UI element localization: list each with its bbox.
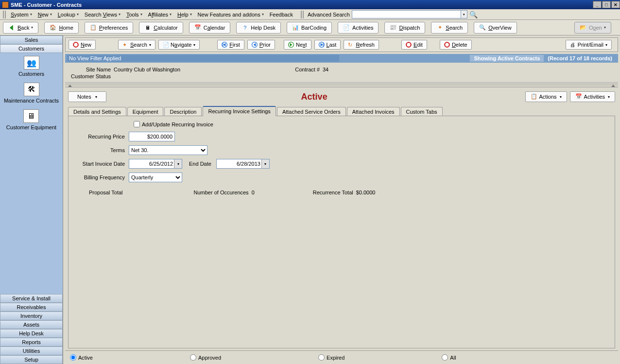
open-button[interactable]: 📂Open▾ — [574, 22, 611, 34]
back-button[interactable]: Back▾ — [3, 22, 38, 34]
addupdate-checkbox[interactable] — [134, 121, 140, 127]
calculator-button[interactable]: 🖩Calculator — [139, 22, 183, 34]
dispatch-button[interactable]: 📰Dispatch — [384, 22, 425, 34]
search-icon: ✦ — [122, 42, 128, 48]
dropdown-icon[interactable]: ▾ — [461, 10, 467, 18]
menu-feedback[interactable]: Feedback — [267, 11, 296, 18]
start-date-value: 6/25/2012 — [129, 161, 174, 167]
action-row: Notes▾ Active 📋Actions▾ 📅Activities▾ — [68, 91, 615, 102]
home-button[interactable]: 🏠Home — [44, 22, 78, 34]
contractnum-label: Contract # — [284, 67, 323, 72]
customers-icon: 👥 — [24, 56, 39, 69]
sidebar-inventory[interactable]: Inventory — [0, 312, 63, 320]
search-go-icon[interactable]: 🔍 — [469, 11, 478, 18]
end-date-dropdown[interactable]: ▾ — [261, 159, 269, 168]
calendar-button[interactable]: 📅Calendar — [189, 22, 231, 34]
billing-freq-select[interactable]: Quarterly — [129, 173, 182, 182]
menu-tools[interactable]: Tools▾ — [123, 11, 145, 18]
edit-button[interactable]: Edit — [401, 40, 427, 50]
sidebar-item-label: Customers — [18, 71, 44, 77]
edit-icon — [406, 42, 412, 48]
menu-newfeatures[interactable]: New Features and addons▾ — [195, 11, 267, 18]
calendar-icon: 📅 — [194, 24, 201, 31]
minimize-button[interactable]: _ — [593, 1, 602, 8]
sidebar-customers[interactable]: Customers — [0, 44, 63, 53]
sidebar-item-label: Customer Equipment — [6, 124, 56, 130]
close-button[interactable]: ✕ — [611, 1, 620, 8]
sidebar-item-maintenance[interactable]: 🛠 Maintenance Contracts — [4, 83, 59, 104]
sidebar-receivables[interactable]: Receivables — [0, 303, 63, 312]
menu-lookup[interactable]: Lookup▾ — [55, 11, 82, 18]
tab-description[interactable]: Description — [164, 107, 202, 116]
svg-marker-0 — [10, 25, 13, 30]
refresh-button[interactable]: ↻Refresh — [344, 40, 379, 50]
tab-equipment[interactable]: Equipment — [127, 107, 164, 116]
splitter-handle[interactable] — [65, 84, 618, 87]
sidebar-utilities[interactable]: Utilities — [0, 347, 63, 355]
search-nav-button[interactable]: ✦Search▾ — [118, 40, 155, 50]
tab-details[interactable]: Details and Settings — [68, 107, 126, 116]
window-title: SME - Customer - Contracts — [11, 2, 82, 8]
recurring-price-input[interactable] — [129, 132, 175, 141]
filter-record: (Record 17 of 18 records) — [544, 55, 616, 62]
addupdate-label: Add/Update Recurring Invoice — [142, 121, 213, 127]
equipment-icon: 🖥 — [23, 109, 39, 123]
last-button[interactable]: Last — [314, 40, 341, 50]
terms-select[interactable]: Net 30. — [129, 145, 207, 155]
menu-system[interactable]: System▾ — [8, 11, 35, 18]
search-button[interactable]: ✦Search — [431, 22, 468, 34]
print-email-button[interactable]: 🖨Print/Email▾ — [566, 40, 612, 50]
first-button[interactable]: First — [217, 40, 244, 50]
start-date-input[interactable]: 6/25/2012 ▾ — [129, 159, 182, 169]
sidebar-sales[interactable]: Sales — [0, 35, 63, 44]
tab-custom[interactable]: Custom Tabs — [401, 107, 443, 116]
numoccur-value: 0 — [252, 190, 255, 195]
barcoding-button[interactable]: 📊BarCoding — [287, 22, 332, 34]
end-date-value: 6/28/2013 — [217, 161, 261, 167]
navigate-button[interactable]: 📄Navigate▾ — [158, 40, 200, 50]
next-button[interactable]: Next — [284, 40, 311, 50]
radio-active[interactable]: Active — [70, 354, 93, 361]
activities-button[interactable]: 📄Activities — [338, 22, 379, 34]
sidebar-assets[interactable]: Assets — [0, 320, 63, 329]
sidebar-service[interactable]: Service & Install — [0, 294, 63, 303]
radio-all[interactable]: All — [442, 354, 456, 361]
sidebar-item-customers[interactable]: 👥 Customers — [18, 56, 44, 77]
sidebar-setup[interactable]: Setup — [0, 355, 63, 364]
actions-button[interactable]: 📋Actions▾ — [525, 91, 567, 102]
sidebar-item-equipment[interactable]: 🖥 Customer Equipment — [6, 109, 56, 130]
contractnum-value: 34 — [323, 67, 328, 72]
new-button[interactable]: New — [69, 40, 96, 50]
radio-approved[interactable]: Approved — [190, 354, 221, 361]
activities-button[interactable]: 📅Activities▾ — [570, 91, 615, 102]
notes-button[interactable]: Notes▾ — [68, 91, 106, 102]
tab-attached-invoices[interactable]: Attached Invoices — [347, 107, 400, 116]
helpdesk-button[interactable]: ?Help Desk — [236, 22, 281, 34]
back-icon — [8, 24, 15, 31]
sidebar: Sales Customers 👥 Customers 🛠 Maintenanc… — [0, 35, 63, 364]
overview-button[interactable]: 🔍OverView — [474, 22, 517, 34]
custstatus-label: Customer Status — [70, 73, 114, 79]
tab-attached-orders[interactable]: Attached Service Orders — [277, 107, 346, 116]
sidebar-icons: 👥 Customers 🛠 Maintenance Contracts 🖥 Cu… — [0, 53, 63, 294]
menu-affiliates[interactable]: Affiliates▾ — [145, 11, 174, 18]
sidebar-helpdesk[interactable]: Help Desk — [0, 329, 63, 338]
tab-recurring[interactable]: Recurring Invoice Settings — [203, 106, 276, 116]
activities-icon: 📅 — [575, 93, 582, 100]
rectotal-label: Recurrence Total — [313, 190, 353, 195]
menu-help[interactable]: Help▾ — [174, 11, 195, 18]
maximize-button[interactable]: □ — [602, 1, 611, 8]
radio-expired[interactable]: Expired — [318, 354, 344, 361]
prior-button[interactable]: Prior — [247, 40, 275, 50]
titlebar: SME - Customer - Contracts _ □ ✕ — [0, 0, 620, 9]
preferences-button[interactable]: 📋Preferences — [85, 22, 133, 34]
start-date-dropdown[interactable]: ▾ — [174, 159, 182, 168]
advanced-search-input[interactable] — [352, 10, 461, 18]
end-date-input[interactable]: 6/28/2013 ▾ — [216, 159, 270, 169]
start-date-label: Start Invoice Date — [75, 161, 129, 167]
menu-new[interactable]: New▾ — [35, 11, 55, 18]
sidebar-reports[interactable]: Reports — [0, 338, 63, 347]
delete-button[interactable]: Delete — [440, 40, 472, 50]
menu-searchviews[interactable]: Search Views▾ — [82, 11, 123, 18]
next-icon — [288, 42, 294, 48]
